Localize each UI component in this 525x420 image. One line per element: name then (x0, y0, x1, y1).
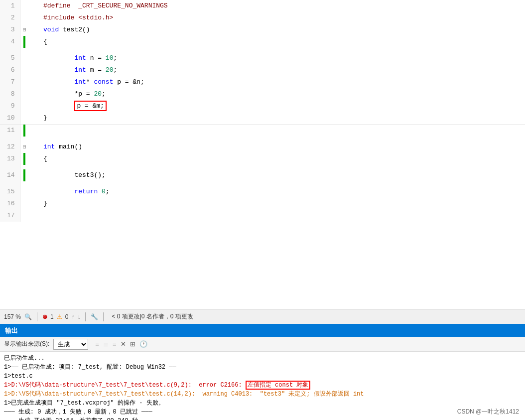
token-plain: test3(); (74, 171, 105, 179)
code-line-content (41, 125, 525, 141)
line-gutter (20, 0, 29, 12)
line-number: 5 (0, 52, 20, 64)
output-line: 1>D:\VS代码\data-structure\7_test\7_test\t… (4, 381, 521, 390)
output-wrapper: 输出 显示输出来源(S): 生成 ≡ ≣ ≡ ✕ ⊞ 🕐 已启动生成...1>—… (0, 324, 525, 420)
line-gutter (20, 125, 29, 141)
line-gutter (20, 12, 29, 24)
indent-col-2 (35, 100, 41, 112)
up-arrow-icon[interactable]: ↑ (71, 313, 74, 320)
indent-col-2 (35, 112, 41, 125)
indent-col-2 (35, 210, 41, 222)
line-gutter (20, 36, 29, 52)
output-content: 已启动生成...1>—— 已启动生成: 项目: 7_test, 配置: Debu… (0, 352, 525, 420)
code-line-content: p = &m; (41, 100, 525, 112)
token-kw-const: const (94, 78, 113, 86)
code-editor[interactable]: 1#define _CRT_SECURE_NO_WARNINGS2#includ… (0, 0, 525, 309)
line-number: 17 (0, 210, 20, 222)
code-line-content: #include <stdio.h> (41, 12, 525, 24)
output-header: 输出 (0, 325, 525, 337)
warning-icon: ⚠ (57, 313, 62, 320)
indent-col-1 (29, 186, 35, 198)
output-icon-6[interactable]: 🕐 (138, 339, 148, 349)
token-plain: ; (106, 188, 110, 195)
token-number: 10 (106, 54, 114, 62)
code-line-content: #define _CRT_SECURE_NO_WARNINGS (41, 0, 525, 12)
line-number: 14 (0, 169, 20, 186)
indent-col-2 (35, 52, 41, 64)
error-icon: ⊗ (42, 313, 47, 320)
filter-icon[interactable]: 🔧 (91, 313, 98, 320)
warning-count: 0 (65, 313, 69, 320)
indent-col-2 (35, 198, 41, 210)
indent-col-1 (29, 0, 35, 12)
line-gutter (20, 198, 29, 210)
token-kw-blue: void (43, 26, 59, 33)
code-line-content: int main() (41, 141, 525, 153)
code-line-content: { (41, 36, 525, 52)
line-number: 9 (0, 100, 20, 112)
zoom-level: 157 % (4, 313, 21, 320)
indent-col-1 (29, 125, 35, 141)
error-highlight: 左值指定 const 对象 (246, 381, 310, 390)
line-gutter: ⊟ (20, 141, 29, 153)
token-macro: #include <stdio.h> (43, 14, 113, 21)
indent-col-1 (29, 141, 35, 153)
output-toolbar-icons: ≡ ≣ ≡ ✕ ⊞ 🕐 (94, 339, 148, 349)
collapse-icon[interactable]: ⊟ (23, 144, 26, 150)
indent-col-1 (29, 12, 35, 24)
line-gutter: ⊟ (20, 24, 29, 36)
code-line-content: { (41, 153, 525, 169)
line-number: 12 (0, 141, 20, 153)
line-number: 13 (0, 153, 20, 169)
line-gutter (20, 153, 29, 169)
line-number: 7 (0, 76, 20, 88)
token-plain: { (43, 155, 47, 162)
line-number: 8 (0, 88, 20, 100)
indent-col-1 (29, 210, 35, 222)
output-line: 1>已完成生成项目 "7_test.vcxproj" 的操作 - 失败。 (4, 399, 521, 408)
indent-col-2 (35, 141, 41, 153)
line-number: 16 (0, 198, 20, 210)
code-line-content (41, 210, 525, 222)
code-line-content: void test2() (41, 24, 525, 36)
indent-col-2 (35, 186, 41, 198)
green-bar-icon (23, 125, 25, 137)
collapse-icon[interactable]: ⊟ (23, 27, 26, 33)
code-line-content: return 0; (41, 186, 525, 198)
output-line: 已启动生成... (4, 354, 521, 363)
token-macro: #define _CRT_SECURE_NO_WARNINGS (43, 2, 168, 9)
output-icon-4[interactable]: ✕ (120, 339, 127, 349)
indent-col-2 (35, 36, 41, 52)
token-kw-blue: int (74, 54, 86, 62)
line-number: 1 (0, 0, 20, 12)
line-gutter (20, 112, 29, 125)
green-bar-icon (23, 169, 25, 181)
token-plain: ; (102, 90, 106, 98)
output-icon-1[interactable]: ≡ (94, 339, 100, 349)
line-gutter (20, 186, 29, 198)
token-kw-blue: int (74, 66, 86, 74)
code-line-content: *p = 20; (41, 88, 525, 100)
down-arrow-icon[interactable]: ↓ (77, 313, 80, 320)
search-icon[interactable]: 🔍 (24, 313, 32, 320)
indent-col-2 (35, 12, 41, 24)
token-plain: main() (55, 143, 82, 150)
indent-col-1 (29, 76, 35, 88)
output-line: ——— 生成: 0 成功，1 失败，0 最新，0 已跳过 ——— (4, 408, 521, 417)
indent-col-1 (29, 88, 35, 100)
line-number: 4 (0, 36, 20, 52)
line-gutter (20, 52, 29, 64)
output-icon-3[interactable]: ≡ (112, 339, 118, 349)
indent-col-1 (29, 36, 35, 52)
token-plain: * (86, 78, 94, 86)
token-plain: m = (86, 66, 106, 74)
line-gutter (20, 169, 29, 186)
output-source-select[interactable]: 生成 (53, 339, 88, 350)
output-icon-5[interactable]: ⊞ (129, 339, 136, 349)
watermark: CSDN @一叶之秋1412 (457, 408, 519, 416)
token-plain: *p = (74, 90, 94, 98)
indent-col-1 (29, 153, 35, 169)
line-number: 10 (0, 112, 20, 125)
output-icon-2[interactable]: ≣ (102, 339, 110, 349)
output-panel: 输出 显示输出来源(S): 生成 ≡ ≣ ≡ ✕ ⊞ 🕐 已启动生成...1>—… (0, 324, 525, 420)
